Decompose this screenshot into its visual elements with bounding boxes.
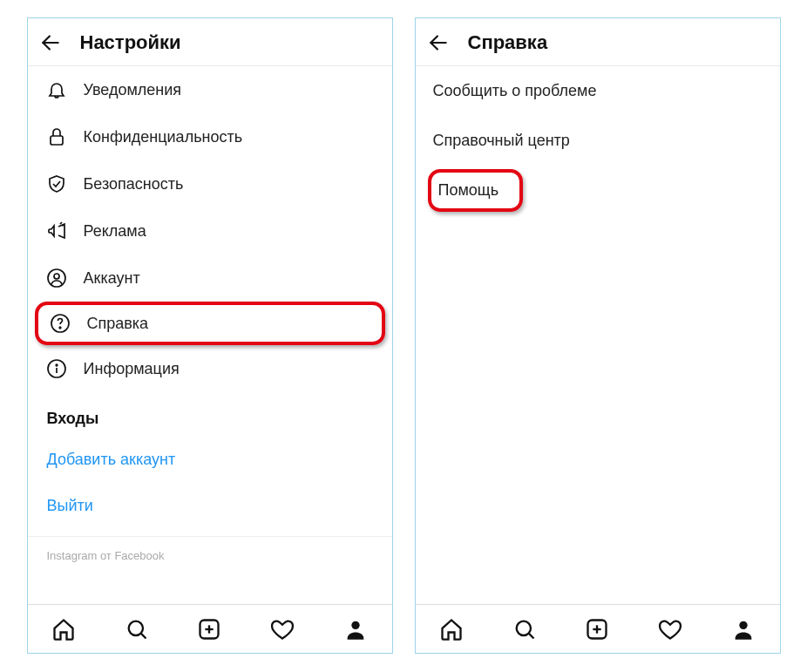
lock-icon — [45, 126, 68, 148]
home-icon — [439, 617, 464, 641]
header-bar: Настройки — [28, 18, 392, 65]
tab-search[interactable] — [512, 616, 538, 642]
svg-point-5 — [54, 274, 59, 279]
menu-label: Реклама — [84, 222, 146, 241]
svg-point-7 — [59, 327, 61, 329]
plus-square-icon — [197, 617, 221, 641]
megaphone-icon — [45, 220, 68, 242]
tab-activity[interactable] — [269, 616, 295, 642]
menu-item-help[interactable]: Справка — [35, 302, 385, 345]
menu-label: Сообщить о проблеме — [433, 82, 597, 100]
search-icon — [512, 617, 537, 641]
user-circle-icon — [45, 267, 68, 289]
page-title: Настройки — [80, 31, 181, 54]
menu-item-support[interactable]: Помощь — [428, 169, 524, 212]
bottom-tabbar — [28, 604, 392, 653]
bottom-tabbar — [416, 604, 780, 653]
svg-line-2 — [60, 222, 62, 224]
help-screen: Справка Сообщить о проблеме Справочный ц… — [415, 17, 781, 654]
svg-line-12 — [141, 633, 146, 638]
menu-label: Безопасность — [84, 175, 184, 193]
svg-line-19 — [529, 633, 534, 638]
search-icon — [125, 617, 149, 641]
settings-screen: Настройки Уведомления Конфиденциальность — [27, 17, 393, 654]
help-content: Сообщить о проблеме Справочный центр Пом… — [416, 66, 780, 604]
tab-profile[interactable] — [342, 616, 369, 642]
menu-item-help-center[interactable]: Справочный центр — [416, 116, 780, 166]
menu-label: Аккаунт — [84, 269, 140, 288]
menu-item-notifications[interactable]: Уведомления — [28, 66, 392, 113]
section-logins-title: Входы — [28, 392, 392, 437]
tab-home[interactable] — [438, 616, 465, 642]
logout-link[interactable]: Выйти — [28, 483, 392, 529]
menu-item-report[interactable]: Сообщить о проблеме — [416, 66, 780, 116]
svg-rect-1 — [51, 136, 63, 145]
menu-label: Уведомления — [84, 81, 182, 99]
svg-point-23 — [739, 621, 747, 628]
svg-point-11 — [129, 621, 143, 635]
header-bar: Справка — [416, 18, 780, 65]
tab-activity[interactable] — [657, 616, 683, 642]
svg-line-3 — [62, 225, 64, 226]
menu-label: Справочный центр — [433, 132, 570, 150]
shield-icon — [45, 173, 68, 195]
menu-item-security[interactable]: Безопасность — [28, 160, 392, 207]
arrow-left-icon — [39, 31, 62, 54]
menu-item-privacy[interactable]: Конфиденциальность — [28, 113, 392, 160]
home-icon — [51, 617, 76, 641]
page-title: Справка — [468, 31, 548, 54]
question-circle-icon — [49, 312, 71, 335]
menu-item-account[interactable]: Аккаунт — [28, 255, 392, 302]
menu-label: Конфиденциальность — [84, 128, 243, 146]
bell-icon — [45, 78, 68, 101]
info-circle-icon — [45, 357, 68, 380]
tab-create[interactable] — [584, 616, 610, 642]
back-button[interactable] — [426, 31, 451, 55]
tab-profile[interactable] — [730, 616, 756, 642]
menu-label: Справка — [87, 315, 149, 333]
arrow-left-icon — [427, 31, 450, 54]
footer-brand: Instagram от Facebook — [28, 536, 392, 571]
svg-point-16 — [351, 621, 359, 628]
tab-search[interactable] — [124, 616, 150, 642]
svg-point-4 — [48, 269, 65, 287]
settings-content: Уведомления Конфиденциальность Безопасно… — [28, 66, 392, 604]
menu-label: Информация — [84, 360, 180, 378]
svg-point-9 — [56, 364, 58, 366]
profile-icon — [343, 617, 368, 641]
svg-point-18 — [517, 621, 531, 635]
tab-home[interactable] — [51, 616, 77, 642]
heart-icon — [658, 617, 682, 641]
tab-create[interactable] — [196, 616, 222, 642]
add-account-link[interactable]: Добавить аккаунт — [28, 437, 392, 483]
back-button[interactable] — [38, 31, 63, 55]
menu-label: Помощь — [438, 181, 499, 200]
menu-item-info[interactable]: Информация — [28, 345, 392, 392]
heart-icon — [270, 617, 295, 641]
plus-square-icon — [585, 617, 609, 641]
menu-item-ads[interactable]: Реклама — [28, 207, 392, 255]
profile-icon — [731, 617, 756, 641]
